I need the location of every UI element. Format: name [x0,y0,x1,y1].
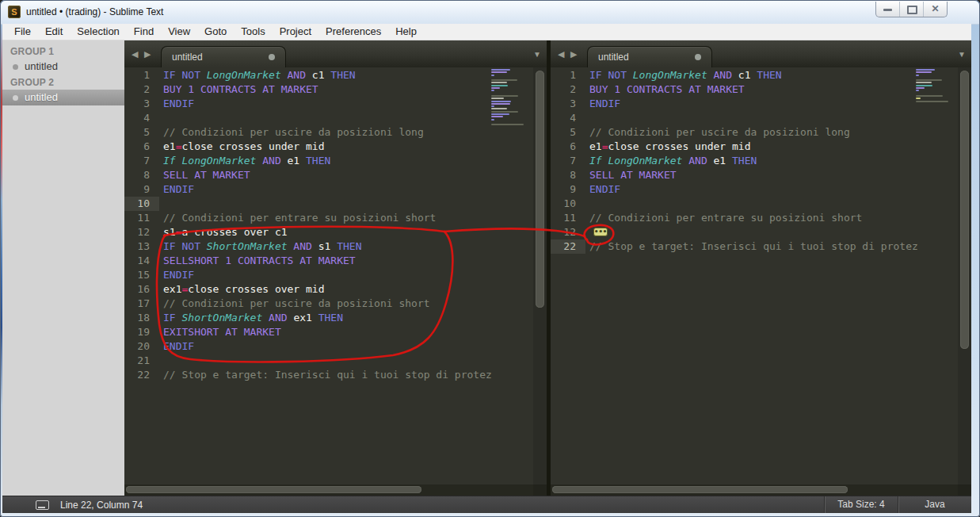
line-text: ENDIF [585,97,958,111]
menu-item-find[interactable]: Find [127,24,161,40]
minimap-line [916,85,932,86]
tab-overflow-icon[interactable]: ▼ [958,50,966,59]
fold-ellipsis-icon[interactable]: ••• [593,228,608,236]
line-text: ex1=close crosses over mid [159,282,533,297]
line-text [159,111,533,125]
horizontal-scrollbar[interactable] [124,484,533,496]
vertical-scrollbar[interactable] [533,67,547,484]
line-number: 5 [124,125,159,140]
line-text: // Condizioni per uscire da posizioni lo… [159,125,533,140]
horizontal-scrollbar-thumb[interactable] [126,486,421,493]
tab-size-indicator[interactable]: Tab Size: 4 [824,496,898,513]
status-right: Tab Size: 4 Java [824,496,971,513]
line-number: 8 [124,168,159,182]
line-number: 4 [124,111,159,125]
menu-item-file[interactable]: File [7,24,38,40]
modified-dot-icon [269,54,275,60]
line-text: EXITSHORT AT MARKET [159,325,533,339]
close-button[interactable]: ✕ [923,2,947,17]
line-number: 22 [551,239,585,254]
minimize-button[interactable] [876,2,899,17]
minimap-line [491,75,494,76]
tab-untitled[interactable]: untitled [587,46,712,67]
line-number: 11 [124,211,159,225]
menu-item-project[interactable]: Project [273,24,318,40]
status-bar: Line 22, Column 74 Tab Size: 4 Java [2,496,971,513]
line-number: 12 [551,225,585,239]
line-text: ENDIF [159,268,533,282]
tab-scroll-right-icon[interactable]: ▶ [570,49,577,59]
line-text: IF NOT ShortOnMarket AND s1 THEN [159,239,533,254]
modified-dot-icon [695,54,701,60]
minimap-line [916,69,935,71]
file-dot-icon [13,64,18,70]
line-number: 20 [124,339,159,354]
tab-overflow-icon[interactable]: ▼ [533,50,541,59]
line-text: ENDIF [159,182,533,197]
scrollbar-corner [533,484,547,496]
sidebar-item-label: untitled [25,60,58,72]
line-number: 17 [124,297,159,311]
sidebar-item-untitled[interactable]: untitled [2,59,124,75]
file-dot-icon [13,95,18,101]
code-editor[interactable]: 1IF NOT LongOnMarket AND c1 THEN2BUY 1 C… [551,67,971,484]
minimap-line [491,119,494,121]
title-bar[interactable]: S untitled • (trading) - Sublime Text ✕ [1,1,979,25]
tab-label: untitled [598,52,629,63]
line-number: 7 [124,154,159,168]
minimap[interactable] [491,69,527,127]
line-number: 1 [551,68,585,82]
line-text: e1=close crosses under mid [159,140,533,154]
tab-scroll-left-icon[interactable]: ◀ [558,49,564,59]
status-panel-icon[interactable] [36,500,49,510]
editor-area: ◀ ▶ untitled ▼ 1IF NOT LongOnMarket AND … [124,40,971,496]
menu-item-preferences[interactable]: Preferences [318,24,388,40]
sidebar-item-untitled[interactable]: untitled [2,90,124,105]
line-number: 2 [124,82,159,97]
menu-item-tools[interactable]: Tools [234,24,272,40]
code-line: 18IF ShortOnMarket AND ex1 THEN [124,311,533,325]
menu-item-view[interactable]: View [161,24,197,40]
line-text: ••• [585,225,958,239]
minimap-line [916,71,932,73]
tab-scroll-right-icon[interactable]: ▶ [144,49,151,59]
vertical-scrollbar[interactable] [958,67,971,484]
menu-item-selection[interactable]: Selection [70,24,126,40]
tab-bar: ◀ ▶ untitled ▼ [124,40,547,67]
close-icon: ✕ [924,2,947,17]
code-line: 3ENDIF [551,97,958,111]
horizontal-scrollbar-thumb[interactable] [552,486,848,493]
sidebar-group-label: GROUP 1 [2,44,124,59]
minimap-line [916,90,919,91]
minimap-line [491,124,524,125]
tab-scroll-left-icon[interactable]: ◀ [132,49,138,59]
maximize-button[interactable] [899,2,923,17]
code-line: 1IF NOT LongOnMarket AND c1 THEN [124,68,533,82]
tab-untitled[interactable]: untitled [161,46,286,67]
sidebar-group-label: GROUP 2 [2,75,124,90]
minimap-line [491,101,511,102]
line-number: 21 [124,354,159,368]
horizontal-scrollbar[interactable] [551,484,958,496]
minimap-line [916,79,942,81]
vertical-scrollbar-thumb[interactable] [960,71,969,349]
minimap-line [916,98,921,99]
code-editor[interactable]: 1IF NOT LongOnMarket AND c1 THEN2BUY 1 C… [124,67,547,484]
line-number: 7 [551,154,585,168]
code-line: 5// Condizioni per uscire da posizioni l… [551,125,958,140]
syntax-indicator[interactable]: Java [898,496,971,513]
menu-item-help[interactable]: Help [388,24,424,40]
line-number: 14 [124,254,159,268]
menu-item-goto[interactable]: Goto [197,24,234,40]
line-number: 19 [124,325,159,339]
menu-item-edit[interactable]: Edit [38,24,70,40]
code-line: 14SELLSHORT 1 CONTRACTS AT MARKET [124,254,533,268]
minimap-line [916,101,948,102]
vertical-scrollbar-thumb[interactable] [536,71,544,308]
minimap-line [491,87,500,89]
sidebar: GROUP 1untitledGROUP 2untitled [2,40,124,496]
line-text: SELL AT MARKET [585,168,958,182]
minimap[interactable] [916,69,951,103]
line-number: 3 [551,97,585,111]
maximize-icon [907,6,917,14]
